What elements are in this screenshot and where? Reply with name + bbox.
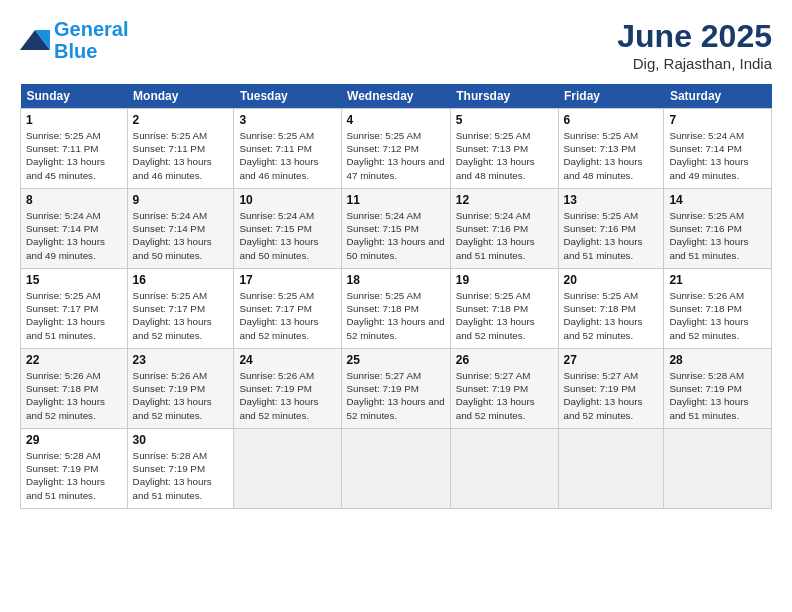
day-info: Sunrise: 5:25 AM Sunset: 7:12 PM Dayligh…	[347, 129, 445, 182]
day-number: 4	[347, 113, 445, 127]
table-cell: 7 Sunrise: 5:24 AM Sunset: 7:14 PM Dayli…	[664, 109, 772, 189]
day-info: Sunrise: 5:25 AM Sunset: 7:17 PM Dayligh…	[133, 289, 229, 342]
page: General Blue June 2025 Dig, Rajasthan, I…	[0, 0, 792, 519]
day-info: Sunrise: 5:25 AM Sunset: 7:18 PM Dayligh…	[564, 289, 659, 342]
day-number: 23	[133, 353, 229, 367]
day-number: 2	[133, 113, 229, 127]
day-number: 15	[26, 273, 122, 287]
table-cell	[450, 429, 558, 509]
table-cell: 4 Sunrise: 5:25 AM Sunset: 7:12 PM Dayli…	[341, 109, 450, 189]
table-cell: 29 Sunrise: 5:28 AM Sunset: 7:19 PM Dayl…	[21, 429, 128, 509]
table-cell: 10 Sunrise: 5:24 AM Sunset: 7:15 PM Dayl…	[234, 189, 341, 269]
header: General Blue June 2025 Dig, Rajasthan, I…	[20, 18, 772, 72]
day-info: Sunrise: 5:25 AM Sunset: 7:16 PM Dayligh…	[669, 209, 766, 262]
table-cell: 18 Sunrise: 5:25 AM Sunset: 7:18 PM Dayl…	[341, 269, 450, 349]
table-cell: 1 Sunrise: 5:25 AM Sunset: 7:11 PM Dayli…	[21, 109, 128, 189]
day-info: Sunrise: 5:26 AM Sunset: 7:19 PM Dayligh…	[133, 369, 229, 422]
calendar-title: June 2025	[617, 18, 772, 55]
calendar-week-row: 22 Sunrise: 5:26 AM Sunset: 7:18 PM Dayl…	[21, 349, 772, 429]
table-cell: 14 Sunrise: 5:25 AM Sunset: 7:16 PM Dayl…	[664, 189, 772, 269]
day-number: 27	[564, 353, 659, 367]
day-info: Sunrise: 5:27 AM Sunset: 7:19 PM Dayligh…	[347, 369, 445, 422]
day-info: Sunrise: 5:25 AM Sunset: 7:13 PM Dayligh…	[564, 129, 659, 182]
table-cell: 22 Sunrise: 5:26 AM Sunset: 7:18 PM Dayl…	[21, 349, 128, 429]
day-info: Sunrise: 5:27 AM Sunset: 7:19 PM Dayligh…	[456, 369, 553, 422]
table-cell: 2 Sunrise: 5:25 AM Sunset: 7:11 PM Dayli…	[127, 109, 234, 189]
weekday-header-row: Sunday Monday Tuesday Wednesday Thursday…	[21, 84, 772, 109]
table-cell: 16 Sunrise: 5:25 AM Sunset: 7:17 PM Dayl…	[127, 269, 234, 349]
table-cell: 9 Sunrise: 5:24 AM Sunset: 7:14 PM Dayli…	[127, 189, 234, 269]
logo-text: General Blue	[54, 18, 128, 62]
table-cell: 5 Sunrise: 5:25 AM Sunset: 7:13 PM Dayli…	[450, 109, 558, 189]
day-info: Sunrise: 5:24 AM Sunset: 7:15 PM Dayligh…	[347, 209, 445, 262]
calendar-week-row: 8 Sunrise: 5:24 AM Sunset: 7:14 PM Dayli…	[21, 189, 772, 269]
day-info: Sunrise: 5:26 AM Sunset: 7:18 PM Dayligh…	[669, 289, 766, 342]
header-monday: Monday	[127, 84, 234, 109]
day-info: Sunrise: 5:28 AM Sunset: 7:19 PM Dayligh…	[133, 449, 229, 502]
table-cell: 12 Sunrise: 5:24 AM Sunset: 7:16 PM Dayl…	[450, 189, 558, 269]
header-tuesday: Tuesday	[234, 84, 341, 109]
logo: General Blue	[20, 18, 128, 62]
day-info: Sunrise: 5:25 AM Sunset: 7:16 PM Dayligh…	[564, 209, 659, 262]
day-info: Sunrise: 5:25 AM Sunset: 7:11 PM Dayligh…	[239, 129, 335, 182]
day-info: Sunrise: 5:24 AM Sunset: 7:14 PM Dayligh…	[669, 129, 766, 182]
table-cell: 19 Sunrise: 5:25 AM Sunset: 7:18 PM Dayl…	[450, 269, 558, 349]
day-number: 30	[133, 433, 229, 447]
day-info: Sunrise: 5:28 AM Sunset: 7:19 PM Dayligh…	[669, 369, 766, 422]
day-info: Sunrise: 5:25 AM Sunset: 7:11 PM Dayligh…	[133, 129, 229, 182]
calendar-week-row: 29 Sunrise: 5:28 AM Sunset: 7:19 PM Dayl…	[21, 429, 772, 509]
table-cell: 11 Sunrise: 5:24 AM Sunset: 7:15 PM Dayl…	[341, 189, 450, 269]
day-number: 17	[239, 273, 335, 287]
calendar-subtitle: Dig, Rajasthan, India	[617, 55, 772, 72]
day-number: 22	[26, 353, 122, 367]
table-cell: 3 Sunrise: 5:25 AM Sunset: 7:11 PM Dayli…	[234, 109, 341, 189]
table-cell: 6 Sunrise: 5:25 AM Sunset: 7:13 PM Dayli…	[558, 109, 664, 189]
day-info: Sunrise: 5:25 AM Sunset: 7:11 PM Dayligh…	[26, 129, 122, 182]
header-saturday: Saturday	[664, 84, 772, 109]
day-info: Sunrise: 5:28 AM Sunset: 7:19 PM Dayligh…	[26, 449, 122, 502]
day-number: 7	[669, 113, 766, 127]
day-number: 19	[456, 273, 553, 287]
table-cell	[558, 429, 664, 509]
day-info: Sunrise: 5:25 AM Sunset: 7:17 PM Dayligh…	[239, 289, 335, 342]
day-number: 12	[456, 193, 553, 207]
table-cell: 17 Sunrise: 5:25 AM Sunset: 7:17 PM Dayl…	[234, 269, 341, 349]
table-cell: 24 Sunrise: 5:26 AM Sunset: 7:19 PM Dayl…	[234, 349, 341, 429]
logo-icon	[20, 25, 50, 55]
table-cell: 30 Sunrise: 5:28 AM Sunset: 7:19 PM Dayl…	[127, 429, 234, 509]
day-number: 10	[239, 193, 335, 207]
day-info: Sunrise: 5:24 AM Sunset: 7:15 PM Dayligh…	[239, 209, 335, 262]
header-friday: Friday	[558, 84, 664, 109]
day-number: 11	[347, 193, 445, 207]
day-number: 21	[669, 273, 766, 287]
day-info: Sunrise: 5:24 AM Sunset: 7:14 PM Dayligh…	[26, 209, 122, 262]
day-number: 24	[239, 353, 335, 367]
table-cell: 15 Sunrise: 5:25 AM Sunset: 7:17 PM Dayl…	[21, 269, 128, 349]
table-cell: 27 Sunrise: 5:27 AM Sunset: 7:19 PM Dayl…	[558, 349, 664, 429]
table-cell: 26 Sunrise: 5:27 AM Sunset: 7:19 PM Dayl…	[450, 349, 558, 429]
day-number: 3	[239, 113, 335, 127]
day-number: 16	[133, 273, 229, 287]
calendar-week-row: 1 Sunrise: 5:25 AM Sunset: 7:11 PM Dayli…	[21, 109, 772, 189]
calendar-table: Sunday Monday Tuesday Wednesday Thursday…	[20, 84, 772, 509]
day-info: Sunrise: 5:24 AM Sunset: 7:16 PM Dayligh…	[456, 209, 553, 262]
day-number: 29	[26, 433, 122, 447]
header-thursday: Thursday	[450, 84, 558, 109]
table-cell	[664, 429, 772, 509]
day-info: Sunrise: 5:25 AM Sunset: 7:18 PM Dayligh…	[456, 289, 553, 342]
day-number: 8	[26, 193, 122, 207]
day-info: Sunrise: 5:25 AM Sunset: 7:13 PM Dayligh…	[456, 129, 553, 182]
day-info: Sunrise: 5:25 AM Sunset: 7:18 PM Dayligh…	[347, 289, 445, 342]
day-number: 9	[133, 193, 229, 207]
table-cell	[341, 429, 450, 509]
day-info: Sunrise: 5:26 AM Sunset: 7:19 PM Dayligh…	[239, 369, 335, 422]
day-number: 26	[456, 353, 553, 367]
calendar-week-row: 15 Sunrise: 5:25 AM Sunset: 7:17 PM Dayl…	[21, 269, 772, 349]
day-number: 1	[26, 113, 122, 127]
table-cell: 8 Sunrise: 5:24 AM Sunset: 7:14 PM Dayli…	[21, 189, 128, 269]
day-number: 25	[347, 353, 445, 367]
title-block: June 2025 Dig, Rajasthan, India	[617, 18, 772, 72]
day-number: 5	[456, 113, 553, 127]
day-number: 28	[669, 353, 766, 367]
day-info: Sunrise: 5:27 AM Sunset: 7:19 PM Dayligh…	[564, 369, 659, 422]
